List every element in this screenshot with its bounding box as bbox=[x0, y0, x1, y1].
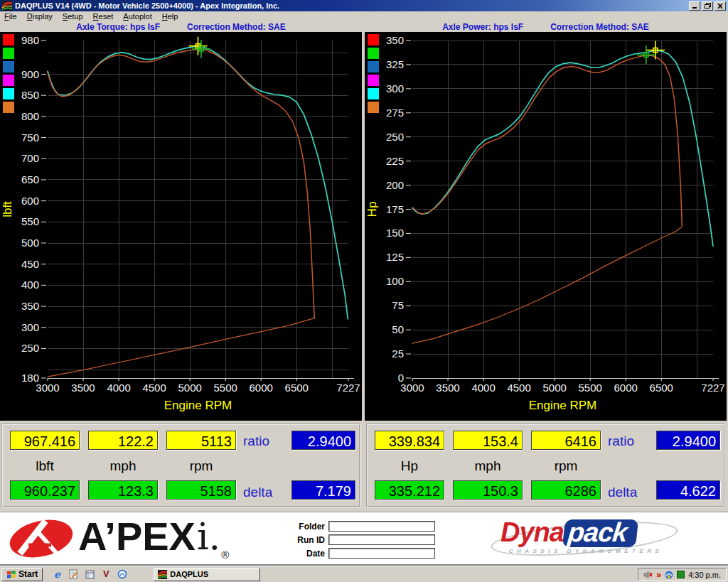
dynapack-word-red: Dyna bbox=[500, 517, 564, 547]
delta-value: 7.179 bbox=[291, 480, 355, 500]
minimize-button[interactable] bbox=[689, 1, 700, 11]
torque-peak-rpm: 5113 bbox=[166, 431, 236, 450]
y-tick-label: 100 bbox=[386, 275, 404, 287]
winamp-icon[interactable]: V bbox=[100, 568, 112, 580]
legend-swatch bbox=[368, 61, 379, 72]
y-tick-label: 700 bbox=[21, 152, 39, 164]
y-tick-label: 125 bbox=[386, 251, 404, 263]
volume-muted-icon[interactable] bbox=[643, 571, 653, 579]
folder-label: Folder bbox=[288, 522, 325, 532]
torque-chart-title: Axle Torque: hps IsF bbox=[76, 22, 160, 32]
notes-icon[interactable] bbox=[84, 568, 95, 580]
y-tick-label: 50 bbox=[392, 323, 404, 335]
x-tick-label: 7227 bbox=[701, 382, 724, 394]
y-tick-label: 250 bbox=[21, 342, 39, 354]
y-tick-label: 180 bbox=[21, 372, 39, 384]
y-tick-label: 800 bbox=[21, 110, 39, 122]
torque-panel: Axle Torque: hps IsF Correction Method: … bbox=[0, 21, 362, 512]
y-tick-label: 200 bbox=[386, 179, 404, 191]
y-tick-label: 25 bbox=[392, 347, 404, 360]
messenger-icon[interactable] bbox=[117, 568, 128, 580]
menu-display[interactable]: Display bbox=[23, 12, 58, 21]
quick-launch: e V bbox=[51, 568, 128, 580]
y-tick-label: 450 bbox=[21, 258, 39, 270]
y-tick-label: 325 bbox=[386, 58, 404, 70]
power-current-speed: 150.3 bbox=[453, 480, 523, 500]
torque-correction-method: Correction Method: SAE bbox=[187, 22, 286, 32]
x-tick-label: 4000 bbox=[107, 382, 130, 394]
torque-unit-label: lbft bbox=[10, 458, 80, 474]
y-tick-label: 350 bbox=[21, 300, 39, 312]
legend-swatch bbox=[3, 48, 14, 59]
internet-explorer-icon[interactable]: e bbox=[51, 568, 63, 580]
menu-file[interactable]: File bbox=[0, 12, 23, 21]
menu-help[interactable]: Help bbox=[158, 12, 184, 21]
y-tick-label: 400 bbox=[21, 279, 39, 291]
y-tick-label: 350 bbox=[386, 34, 404, 46]
menu-bar: File Display Setup Reset Autoplot Help bbox=[0, 11, 728, 21]
x-tick-label: 4500 bbox=[142, 382, 166, 394]
y-tick-label: 900 bbox=[21, 68, 39, 80]
x-tick-label: 6000 bbox=[614, 382, 638, 394]
start-label: Start bbox=[18, 569, 38, 579]
x-tick-label: 3500 bbox=[436, 382, 459, 394]
apexi-logo: A’PEX i. ® bbox=[7, 515, 229, 564]
status-globe-icon[interactable] bbox=[665, 571, 673, 579]
title-bar: DAQPLUS V14 (4WD - Motor Vehicle 2500+40… bbox=[0, 0, 728, 11]
delta-value: 4.622 bbox=[656, 480, 720, 500]
x-tick-label: 6000 bbox=[250, 382, 273, 394]
y-tick-label: 980 bbox=[21, 34, 39, 46]
x-tick-label: 3000 bbox=[400, 382, 424, 394]
date-input[interactable] bbox=[328, 548, 435, 559]
dynapack-word-blue: pack bbox=[562, 519, 638, 547]
x-tick-label: 4000 bbox=[471, 382, 495, 394]
y-tick-label: 300 bbox=[21, 321, 39, 333]
restore-button[interactable] bbox=[702, 1, 713, 11]
power-correction-method: Correction Method: SAE bbox=[550, 22, 649, 32]
fast-forward-icon[interactable]: » bbox=[656, 571, 661, 579]
taskbar-app-button[interactable]: DAQPLUS bbox=[154, 568, 260, 581]
legend-swatch bbox=[368, 34, 379, 45]
apexi-emblem-icon bbox=[7, 517, 75, 564]
y-tick-label: 150 bbox=[386, 227, 404, 239]
rpm-unit-label: rpm bbox=[531, 458, 601, 474]
main-area: Axle Torque: hps IsF Correction Method: … bbox=[0, 21, 728, 512]
network-status-icon[interactable] bbox=[677, 571, 685, 578]
y-tick-label: 500 bbox=[21, 237, 39, 249]
torque-current-rpm: 5158 bbox=[166, 480, 236, 500]
dynapack-caption: CHASSIS DYNAMOMETERS bbox=[496, 548, 675, 554]
dynapack-logo: Dynapack CHASSIS DYNAMOMETERS bbox=[496, 518, 675, 561]
close-button[interactable] bbox=[714, 1, 726, 11]
ratio-value: 2.9400 bbox=[291, 431, 355, 450]
run-id-input[interactable] bbox=[328, 534, 435, 545]
y-tick-label: 600 bbox=[21, 195, 39, 207]
legend-swatch bbox=[368, 102, 379, 113]
x-tick-label: 7227 bbox=[336, 382, 360, 394]
legend-swatch bbox=[3, 61, 14, 72]
start-button[interactable]: Start bbox=[1, 568, 43, 581]
taskbar-clock: 4:30 p.m. bbox=[688, 571, 721, 579]
torque-chart[interactable]: 3000350040004500500055006000650072279809… bbox=[0, 32, 362, 421]
app-icon bbox=[2, 1, 12, 11]
registered-mark: ® bbox=[221, 549, 229, 561]
legend-swatch bbox=[3, 75, 14, 86]
menu-setup[interactable]: Setup bbox=[58, 12, 89, 21]
run-id-label: Run ID bbox=[288, 535, 325, 545]
power-chart[interactable]: 3000350040004500500055006000650072273503… bbox=[365, 32, 727, 421]
y-tick-label: 0 bbox=[398, 372, 404, 384]
menu-autoplot[interactable]: Autoplot bbox=[119, 12, 157, 21]
power-peak-value: 339.834 bbox=[375, 431, 444, 450]
x-axis-title: Engine RPM bbox=[164, 399, 232, 412]
ratio-label: ratio bbox=[608, 433, 652, 449]
x-tick-label: 5000 bbox=[542, 382, 566, 394]
folder-input[interactable] bbox=[328, 521, 435, 532]
menu-reset[interactable]: Reset bbox=[89, 12, 119, 21]
x-tick-label: 5000 bbox=[178, 382, 201, 394]
legend-swatch bbox=[3, 88, 14, 99]
compose-page-icon[interactable] bbox=[68, 568, 79, 580]
power-current-value: 335.212 bbox=[375, 480, 444, 500]
power-panel: Axle Power: hps IsF Correction Method: S… bbox=[365, 21, 727, 512]
daqplus-task-icon bbox=[158, 570, 167, 579]
power-current-rpm: 6286 bbox=[531, 480, 601, 500]
power-readout-panel: 339.834 153.4 6416 ratio 2.9400 Hp mph r… bbox=[366, 424, 725, 507]
